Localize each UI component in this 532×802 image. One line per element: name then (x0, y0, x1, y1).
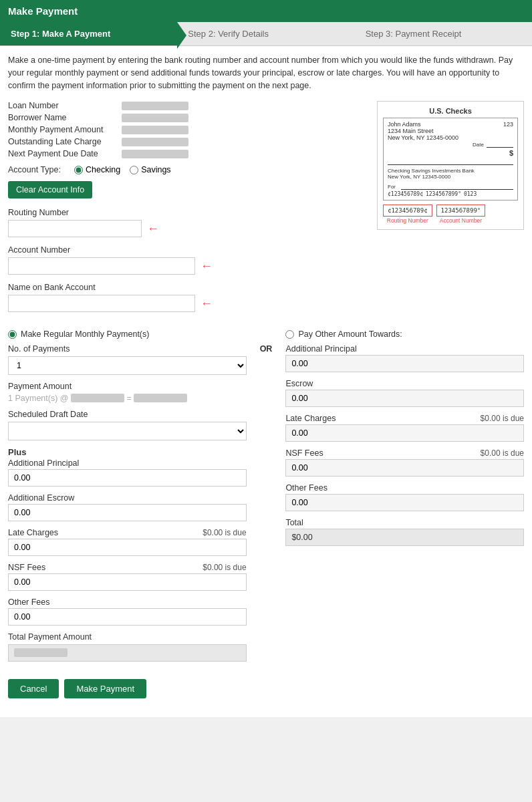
account-number-label: Account Number (8, 245, 366, 255)
right-nsf-fees-due: $0.00 is due (481, 448, 524, 458)
check-number: 123 (503, 121, 513, 128)
checking-radio[interactable] (74, 166, 83, 174)
right-late-charges: Late Charges $0.00 is due (285, 414, 524, 442)
right-other-fees-label: Other Fees (285, 483, 327, 493)
left-additional-principal-input[interactable] (8, 469, 247, 487)
left-nsf-fees: NSF Fees $0.00 is due (8, 563, 247, 591)
payment-amount-group: Payment Amount 1 Payment(s) @ = (8, 382, 247, 403)
loan-info: Loan Number Borrower Name Monthly Paymen… (8, 101, 366, 158)
left-additional-principal-label: Additional Principal (8, 458, 79, 468)
right-other-fees-input[interactable] (285, 494, 524, 511)
right-escrow-label: Escrow (285, 379, 313, 388)
right-total: Total $0.00 (285, 518, 524, 546)
right-additional-principal: Additional Principal (285, 344, 524, 372)
no-of-payments-select[interactable]: 1 2 3 4 5 6 (8, 356, 247, 375)
account-box-label: Account Number (436, 217, 486, 224)
total-payment-group: Total Payment Amount (8, 632, 247, 662)
routing-number-label: Routing Number (8, 208, 366, 217)
account-number-input[interactable] (8, 257, 195, 275)
bottom-buttons: Cancel Make Payment (8, 679, 524, 709)
left-additional-principal: Additional Principal (8, 458, 247, 487)
left-nsf-fees-label: NSF Fees (8, 563, 45, 572)
left-nsf-fees-input[interactable] (8, 573, 247, 591)
account-type-section: Account Type: Checking Savings (8, 165, 366, 174)
monthly-payment-label: Monthly Payment Amount (8, 125, 122, 134)
routing-number-input[interactable] (8, 220, 142, 237)
savings-label: Savings (141, 165, 170, 174)
step-1: Step 1: Make A Payment (0, 22, 177, 45)
check-title: U.S. Checks (383, 107, 518, 115)
scheduled-draft-group: Scheduled Draft Date (8, 410, 247, 440)
scheduled-draft-label: Scheduled Draft Date (8, 410, 247, 419)
page-title: Make Payment (8, 5, 78, 17)
scheduled-draft-select[interactable] (8, 422, 247, 440)
account-number-field: Account Number ← (8, 245, 366, 275)
other-payment-option[interactable]: Pay Other Amount Towards: (285, 329, 524, 339)
savings-option[interactable]: Savings (130, 165, 170, 174)
routing-number-field: Routing Number ← (8, 208, 366, 237)
left-other-fees: Other Fees (8, 597, 247, 626)
step-2: Step 2: Verify Details (177, 22, 354, 45)
or-separator: OR (257, 329, 275, 668)
check-diagram: U.S. Checks 123 John Adams 1234 Main Str… (377, 101, 524, 230)
left-additional-escrow-input[interactable] (8, 504, 247, 521)
left-late-charges-input[interactable] (8, 539, 247, 556)
other-payment-col: Pay Other Amount Towards: Additional Pri… (285, 329, 524, 668)
no-of-payments-label: No. of Payments (8, 344, 247, 354)
borrower-name-label: Borrower Name (8, 113, 122, 122)
late-charge-label: Outstanding Late Charge (8, 137, 122, 146)
description: Make a one-time payment by entering the … (8, 54, 524, 92)
checking-option[interactable]: Checking (74, 165, 120, 174)
account-type-radio-group: Checking Savings (74, 165, 171, 174)
savings-radio[interactable] (130, 166, 138, 174)
payment-amount-label: Payment Amount (8, 382, 247, 391)
left-additional-escrow-label: Additional Escrow (8, 493, 74, 503)
step-3: Step 3: Payment Receipt (355, 22, 532, 45)
left-late-charges-label: Late Charges (8, 528, 58, 537)
right-nsf-fees: NSF Fees $0.00 is due (285, 448, 524, 477)
right-late-charges-input[interactable] (285, 424, 524, 442)
regular-payment-radio[interactable] (8, 330, 17, 339)
bank-name-label: Name on Bank Account (8, 283, 366, 292)
clear-account-button[interactable]: Clear Account Info (8, 181, 92, 198)
left-nsf-fees-due: $0.00 is due (203, 563, 246, 572)
right-additional-principal-input[interactable] (285, 355, 524, 372)
make-payment-button[interactable]: Make Payment (64, 679, 146, 698)
account-box: 1234567899° (436, 205, 486, 217)
steps-bar: Step 1: Make A Payment Step 2: Verify De… (0, 22, 532, 46)
monthly-payment-value (122, 126, 188, 134)
right-total-label: Total (285, 518, 303, 527)
total-payment-value (8, 644, 247, 662)
account-type-label: Account Type: (8, 165, 61, 174)
right-nsf-fees-input[interactable] (285, 459, 524, 477)
other-payment-radio[interactable] (285, 330, 294, 339)
check-boxes: ¢123456789¢ Routing Number 1234567899° A… (383, 205, 518, 224)
right-late-charges-label: Late Charges (285, 414, 336, 423)
bank-name-input[interactable] (8, 295, 195, 312)
account-arrow: ← (201, 259, 213, 273)
routing-arrow: ← (147, 222, 159, 236)
late-charge-value (122, 138, 188, 146)
regular-payment-label: Make Regular Monthly Payment(s) (21, 329, 149, 339)
page-header: Make Payment (0, 0, 532, 22)
left-additional-escrow: Additional Escrow (8, 493, 247, 521)
bank-name-arrow: ← (201, 297, 213, 311)
payment-section: Make Regular Monthly Payment(s) No. of P… (8, 329, 524, 668)
plus-label: Plus (8, 447, 247, 457)
regular-payment-option[interactable]: Make Regular Monthly Payment(s) (8, 329, 247, 339)
right-escrow: Escrow (285, 379, 524, 407)
right-escrow-input[interactable] (285, 390, 524, 407)
regular-payment-col: Make Regular Monthly Payment(s) No. of P… (8, 329, 247, 668)
left-late-charges-due: $0.00 is due (203, 528, 246, 537)
right-nsf-fees-label: NSF Fees (285, 448, 323, 458)
right-other-fees: Other Fees (285, 483, 524, 511)
loan-number-label: Loan Number (8, 101, 122, 110)
borrower-name-value (122, 114, 188, 122)
payment-amount-detail: 1 Payment(s) @ = (8, 394, 247, 403)
cancel-button[interactable]: Cancel (8, 679, 59, 698)
checking-label: Checking (86, 165, 120, 174)
right-additional-principal-label: Additional Principal (285, 344, 356, 354)
right-total-value: $0.00 (285, 529, 524, 546)
left-other-fees-input[interactable] (8, 608, 247, 626)
no-of-payments-group: No. of Payments 1 2 3 4 5 6 (8, 344, 247, 375)
